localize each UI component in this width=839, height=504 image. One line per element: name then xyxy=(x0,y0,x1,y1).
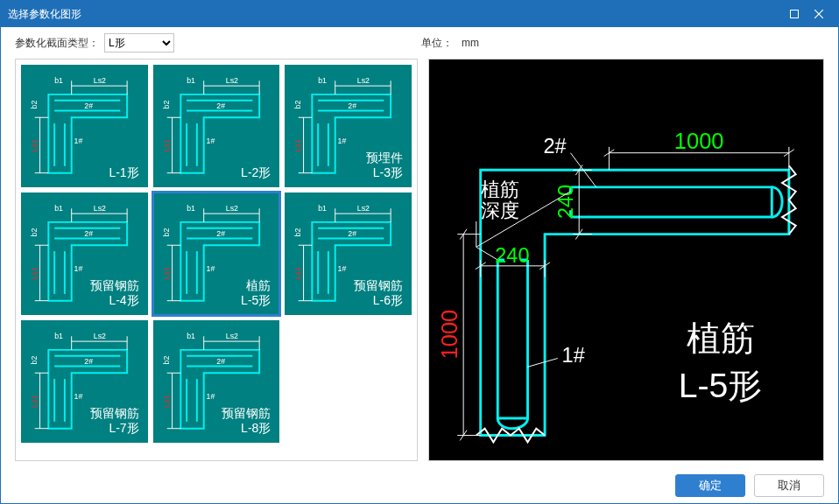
svg-text:b1: b1 xyxy=(54,332,63,340)
shape-thumb-4[interactable]: Ls2b1Ls1b21#2#预留钢筋L-4形 xyxy=(21,192,148,315)
maximize-button[interactable] xyxy=(782,5,807,23)
shape-thumb-1[interactable]: Ls2b1Ls1b21#2#L-1形 xyxy=(21,65,148,187)
svg-text:1#: 1# xyxy=(206,136,215,145)
preview-panel: 1000 2# 240 植筋 深度 xyxy=(428,59,824,461)
svg-text:2#: 2# xyxy=(216,357,225,366)
svg-text:Ls2: Ls2 xyxy=(357,76,370,85)
svg-text:2#: 2# xyxy=(216,102,225,110)
svg-text:Ls1: Ls1 xyxy=(161,139,170,151)
svg-text:b2: b2 xyxy=(30,356,39,365)
svg-text:1#: 1# xyxy=(338,136,347,145)
svg-text:1#: 1# xyxy=(206,392,215,401)
svg-text:2#: 2# xyxy=(349,102,357,110)
shape-thumb-2[interactable]: Ls2b1Ls1b21#2#L-2形 xyxy=(153,65,280,187)
svg-text:Ls2: Ls2 xyxy=(225,332,237,340)
shape-thumb-8[interactable]: Ls2b1Ls1b21#2#预留钢筋L-8形 xyxy=(153,320,280,443)
shape-gallery: Ls2b1Ls1b21#2#L-1形Ls2b1Ls1b21#2#L-2形Ls2b… xyxy=(15,59,418,461)
unit-label: 单位： xyxy=(421,37,453,49)
titlebar: 选择参数化图形 xyxy=(1,1,838,27)
svg-text:2#: 2# xyxy=(84,102,93,110)
content-area: Ls2b1Ls1b21#2#L-1形Ls2b1Ls1b21#2#L-2形Ls2b… xyxy=(1,59,838,468)
dialog-footer: 确定 取消 xyxy=(1,468,838,503)
shape-thumb-5[interactable]: Ls2b1Ls1b21#2#植筋L-5形 xyxy=(153,192,280,315)
svg-text:b2: b2 xyxy=(293,228,302,237)
thumb-caption: 预埋件L-3形 xyxy=(366,150,403,180)
svg-text:b2: b2 xyxy=(293,101,302,109)
thumb-caption: L-2形 xyxy=(241,165,271,180)
close-button[interactable] xyxy=(807,5,831,23)
svg-text:b1: b1 xyxy=(187,332,195,340)
svg-text:2#: 2# xyxy=(216,229,225,238)
svg-text:b1: b1 xyxy=(318,204,327,213)
maximize-icon xyxy=(790,10,799,18)
svg-text:b2: b2 xyxy=(30,228,39,237)
svg-text:Ls2: Ls2 xyxy=(94,76,106,85)
svg-text:Ls1: Ls1 xyxy=(293,139,302,151)
preview-title-l2: L-5形 xyxy=(679,367,763,404)
unit-value: mm xyxy=(462,37,479,49)
svg-text:b1: b1 xyxy=(54,204,63,213)
thumb-caption: 预留钢筋L-8形 xyxy=(222,406,271,436)
plant-depth-l1: 植筋 xyxy=(481,179,519,200)
svg-text:1#: 1# xyxy=(74,264,83,273)
svg-text:2#: 2# xyxy=(84,229,93,238)
thumb-caption: 预留钢筋L-7形 xyxy=(90,406,139,436)
svg-text:1#: 1# xyxy=(338,264,347,273)
svg-text:2#: 2# xyxy=(84,357,93,366)
section-type-select[interactable]: L形 xyxy=(104,33,174,52)
shape-thumb-3[interactable]: Ls2b1Ls1b21#2#预埋件L-3形 xyxy=(285,65,412,187)
dim-left: 1000 xyxy=(437,310,462,360)
svg-text:2#: 2# xyxy=(349,229,357,238)
dim-b2: 240 xyxy=(554,185,577,219)
svg-text:1#: 1# xyxy=(206,264,215,273)
svg-text:Ls1: Ls1 xyxy=(30,395,39,407)
svg-text:b2: b2 xyxy=(161,101,170,109)
dim-b1: 240 xyxy=(495,244,529,267)
svg-text:1#: 1# xyxy=(74,136,83,145)
section-type-label: 参数化截面类型： xyxy=(15,36,99,51)
svg-text:Ls1: Ls1 xyxy=(30,267,39,279)
ok-button[interactable]: 确定 xyxy=(675,474,745,497)
toolbar: 参数化截面类型： L形 单位： mm xyxy=(1,27,838,59)
thumb-caption: 预留钢筋L-4形 xyxy=(90,278,139,308)
preview-title-l1: 植筋 xyxy=(687,319,755,357)
dim-top: 1000 xyxy=(674,129,724,153)
svg-text:b1: b1 xyxy=(54,76,63,85)
svg-text:b1: b1 xyxy=(318,76,327,85)
window-title: 选择参数化图形 xyxy=(8,7,782,22)
svg-text:Ls1: Ls1 xyxy=(161,267,170,279)
svg-text:Ls2: Ls2 xyxy=(94,332,106,340)
thumb-caption: 植筋L-5形 xyxy=(241,278,271,308)
thumb-caption: L-1形 xyxy=(109,165,138,180)
bar1-label: 1# xyxy=(562,344,585,367)
unit-readout: 单位： mm xyxy=(421,36,824,51)
shape-thumb-7[interactable]: Ls2b1Ls1b21#2#预留钢筋L-7形 xyxy=(21,320,148,443)
svg-text:b1: b1 xyxy=(187,204,195,213)
svg-text:1#: 1# xyxy=(74,392,83,401)
bar2-label: 2# xyxy=(543,135,566,158)
thumb-caption: 预留钢筋L-6形 xyxy=(354,278,403,308)
svg-rect-0 xyxy=(791,10,799,18)
svg-text:Ls1: Ls1 xyxy=(30,139,39,151)
svg-text:Ls2: Ls2 xyxy=(225,76,237,85)
svg-text:Ls2: Ls2 xyxy=(94,204,106,213)
svg-line-154 xyxy=(528,359,558,368)
svg-text:b1: b1 xyxy=(187,76,195,85)
svg-text:b2: b2 xyxy=(161,228,170,237)
plant-depth-l2: 深度 xyxy=(481,200,519,221)
dialog-window: 选择参数化图形 参数化截面类型： L形 单位： mm Ls2b1Ls1b21#2… xyxy=(0,0,839,504)
preview-drawing: 1000 2# 240 植筋 深度 xyxy=(429,60,823,460)
svg-text:Ls2: Ls2 xyxy=(225,204,237,213)
close-icon xyxy=(814,10,823,18)
svg-text:b2: b2 xyxy=(30,101,39,109)
svg-text:b2: b2 xyxy=(161,356,170,365)
svg-text:Ls1: Ls1 xyxy=(161,395,170,407)
svg-text:Ls2: Ls2 xyxy=(357,204,370,213)
svg-text:Ls1: Ls1 xyxy=(293,267,302,279)
shape-thumb-6[interactable]: Ls2b1Ls1b21#2#预留钢筋L-6形 xyxy=(285,192,412,315)
cancel-button[interactable]: 取消 xyxy=(754,474,824,497)
